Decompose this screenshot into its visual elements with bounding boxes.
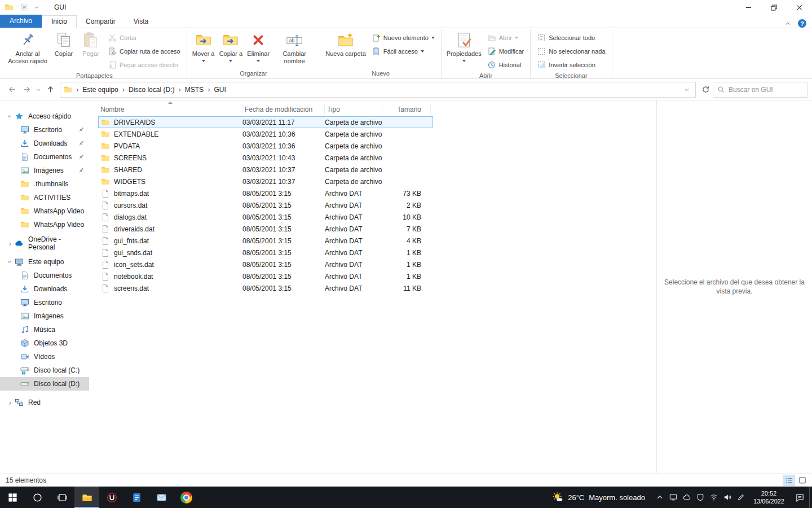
edit-button[interactable]: Modificar: [484, 45, 527, 58]
invert-selection-button[interactable]: Invertir selección: [534, 58, 608, 71]
expand-chevron-icon[interactable]: [7, 398, 14, 406]
taskbar-explorer-button[interactable]: [74, 487, 99, 508]
sidebar-item[interactable]: Documentos: [0, 150, 89, 164]
open-button[interactable]: Abrir: [484, 31, 527, 44]
sidebar-item[interactable]: .thumbnails: [0, 177, 89, 191]
column-header-name[interactable]: Nombre: [98, 104, 242, 115]
new-folder-button[interactable]: Nueva carpeta: [324, 30, 368, 58]
expand-chevron-icon[interactable]: [6, 259, 14, 265]
delete-button[interactable]: Eliminar: [245, 30, 271, 63]
copy-to-button[interactable]: Copiar a: [218, 30, 245, 63]
hidden-icons-chevron[interactable]: [653, 487, 667, 508]
minimize-button[interactable]: [736, 0, 761, 15]
file-row[interactable]: EXTENDABLE 03/03/2021 10:36 Carpeta de a…: [98, 128, 433, 140]
sidebar-item[interactable]: Imágenes: [0, 164, 89, 177]
weather-widget[interactable]: 26°C Mayorm. soleado: [544, 487, 653, 508]
pin-to-quick-access-button[interactable]: Anclar al Acceso rápido: [6, 30, 50, 65]
sidebar-item[interactable]: Escritorio: [0, 296, 89, 309]
file-row[interactable]: icon_sets.dat 08/05/2001 3:15 Archivo DA…: [98, 259, 433, 270]
breadcrumb-item[interactable]: › GUI: [205, 82, 227, 97]
sidebar-item[interactable]: Objetos 3D: [0, 336, 89, 350]
refresh-button[interactable]: [698, 82, 713, 97]
task-view-button[interactable]: [50, 487, 74, 508]
sidebar-item[interactable]: Disco local (D:): [0, 377, 89, 391]
tray-display-icon[interactable]: [667, 487, 680, 508]
action-center-button[interactable]: [790, 487, 809, 508]
copy-path-button[interactable]: Copiar ruta de acceso: [105, 45, 183, 58]
breadcrumb-item[interactable]: › MSTS: [175, 82, 205, 97]
rename-button[interactable]: Cambiar nombre: [272, 30, 316, 65]
sidebar-item[interactable]: Este equipo: [0, 255, 89, 269]
file-row[interactable]: bitmaps.dat 08/05/2001 3:15 Archivo DAT …: [98, 187, 433, 199]
copy-button[interactable]: Copiar: [51, 30, 77, 58]
breadcrumb-item[interactable]: › Disco local (D:): [120, 82, 176, 97]
sidebar-item[interactable]: OneDrive - Personal: [0, 237, 89, 250]
taskbar-clock[interactable]: 20:52 13/06/2022: [748, 487, 790, 508]
details-view-button[interactable]: [783, 475, 795, 486]
forward-button[interactable]: [19, 82, 34, 97]
paste-shortcut-button[interactable]: Pegar acceso directo: [105, 58, 183, 71]
sidebar-item[interactable]: WhatsApp Video: [0, 204, 89, 218]
back-button[interactable]: [5, 82, 19, 97]
properties-button[interactable]: Propiedades: [445, 30, 483, 63]
breadcrumb-chevron-icon[interactable]: ›: [122, 85, 125, 94]
sidebar-item[interactable]: Downloads: [0, 282, 89, 296]
column-header-size[interactable]: Tamaño: [382, 104, 431, 115]
cut-button[interactable]: Cortar: [105, 31, 183, 44]
qat-properties-icon[interactable]: [20, 3, 28, 11]
taskbar-mail-button[interactable]: [149, 487, 174, 508]
start-button[interactable]: [0, 487, 25, 508]
column-header-modified[interactable]: Fecha de modificación: [242, 104, 325, 115]
file-row[interactable]: SCREENS 03/03/2021 10:43 Carpeta de arch…: [98, 152, 433, 164]
file-row[interactable]: dialogs.dat 08/05/2001 3:15 Archivo DAT …: [98, 211, 433, 223]
qat-customize-chevron-icon[interactable]: [34, 5, 39, 10]
sidebar-item[interactable]: Disco local (C:): [0, 364, 89, 377]
taskbar-editor-app-button[interactable]: [124, 487, 149, 508]
tray-wifi-icon[interactable]: [707, 487, 721, 508]
easy-access-button[interactable]: Fácil acceso: [369, 45, 438, 58]
file-row[interactable]: SHARED 03/03/2021 10:37 Carpeta de archi…: [98, 164, 433, 176]
breadcrumb-chevron-icon[interactable]: ›: [178, 85, 180, 94]
file-row[interactable]: gui_snds.dat 08/05/2001 3:15 Archivo DAT…: [98, 247, 433, 259]
file-menu-tab[interactable]: Archivo: [0, 15, 42, 28]
sidebar-item[interactable]: Música: [0, 323, 89, 336]
file-row[interactable]: WIDGETS 03/03/2021 10:37 Carpeta de arch…: [98, 176, 433, 187]
select-all-button[interactable]: Seleccionar todo: [534, 31, 608, 44]
sidebar-item[interactable]: Documentos: [0, 269, 89, 282]
search-cortana-button[interactable]: [25, 487, 50, 508]
collapse-ribbon-chevron-icon[interactable]: [784, 20, 791, 27]
tray-pen-icon[interactable]: [734, 487, 748, 508]
file-row[interactable]: notebook.dat 08/05/2001 3:15 Archivo DAT…: [98, 270, 433, 282]
taskbar-chrome-button[interactable]: [174, 487, 198, 508]
sidebar-item[interactable]: Imágenes: [0, 309, 89, 323]
sidebar-item[interactable]: Red: [0, 396, 89, 409]
sidebar-item[interactable]: Escritorio: [0, 123, 89, 137]
file-row[interactable]: cursors.dat 08/05/2001 3:15 Archivo DAT …: [98, 199, 433, 211]
sidebar-item[interactable]: ACTIVITIES: [0, 191, 89, 204]
tab-inicio[interactable]: Inicio: [42, 15, 77, 28]
breadcrumb-chevron-icon[interactable]: ›: [208, 85, 210, 94]
up-button[interactable]: [43, 82, 58, 97]
tray-onedrive-icon[interactable]: [680, 487, 694, 508]
file-row[interactable]: screens.dat 08/05/2001 3:15 Archivo DAT …: [98, 282, 433, 294]
tab-compartir[interactable]: Compartir: [77, 16, 125, 28]
expand-chevron-icon[interactable]: [7, 239, 14, 247]
move-to-button[interactable]: Mover a: [191, 30, 217, 63]
sidebar-item[interactable]: Vídeos: [0, 350, 89, 364]
search-input[interactable]: [729, 86, 803, 94]
recent-locations-chevron[interactable]: [34, 82, 43, 97]
help-button[interactable]: ?: [798, 19, 806, 28]
tray-volume-icon[interactable]: [721, 487, 734, 508]
sidebar-item[interactable]: WhatsApp Video: [0, 218, 89, 231]
new-item-button[interactable]: Nuevo elemento: [369, 31, 438, 44]
breadcrumb-item[interactable]: › Este equipo: [73, 82, 120, 97]
close-button[interactable]: [787, 0, 812, 15]
file-row[interactable]: driveraids.dat 08/05/2001 3:15 Archivo D…: [98, 223, 433, 235]
history-button[interactable]: Historial: [484, 58, 527, 71]
paste-button[interactable]: Pegar: [78, 30, 104, 58]
expand-chevron-icon[interactable]: [6, 113, 14, 120]
address-breadcrumb-bar[interactable]: › Este equipo › Disco local (D:) › MSTS …: [60, 82, 696, 98]
select-none-button[interactable]: No seleccionar nada: [534, 45, 608, 58]
file-row[interactable]: DRIVERAIDS 03/03/2021 11:17 Carpeta de a…: [98, 116, 433, 128]
restore-button[interactable]: [761, 0, 787, 15]
